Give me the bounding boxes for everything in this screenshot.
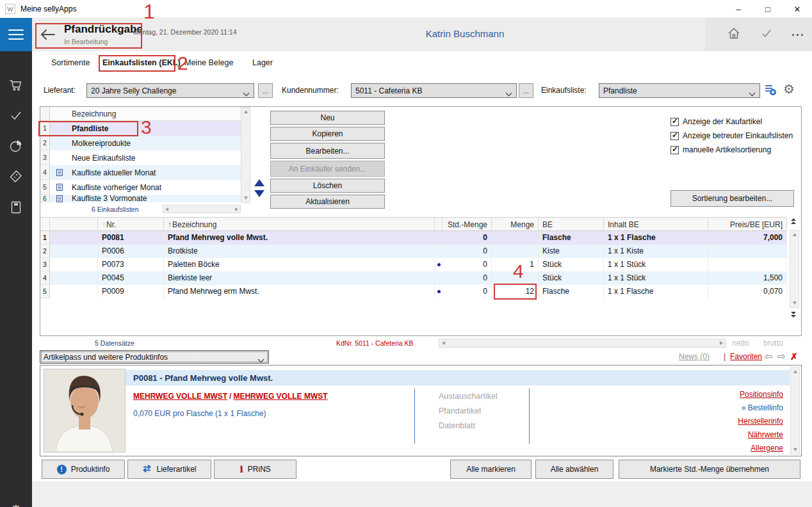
list-item[interactable]: 6 Kaufliste 3 Vormonate <box>40 195 250 202</box>
list-item[interactable]: 1 Pfandliste <box>40 121 250 136</box>
table-row[interactable]: 1 P0081Pfand Mehrweg volle Mwst. 0 Flasc… <box>40 231 787 245</box>
current-user: Katrin Buschmann <box>401 28 529 39</box>
hamburger-menu-icon[interactable] <box>0 18 32 51</box>
col-bezeichnung[interactable]: Bezeichnung <box>164 217 435 231</box>
neu-button[interactable]: Neu <box>270 111 385 125</box>
tab-einkaufslisten[interactable]: Einkaufslisten (EKL) <box>102 51 181 74</box>
alle-abwaehlen-button[interactable]: Alle abwählen <box>535 460 613 479</box>
lieferant-select[interactable]: 20 Jahre Selly Challenge <box>86 83 254 98</box>
herstellerinfo-link[interactable]: Herstellerinfo <box>738 417 783 426</box>
list-item[interactable]: 2 Molkereiprodukte <box>40 136 250 150</box>
bestellinfo-link[interactable]: » Bestellinfo <box>742 403 783 412</box>
col-menge[interactable]: Menge <box>492 217 539 231</box>
back-arrow-icon[interactable] <box>38 26 58 43</box>
list-item[interactable]: 5 Kaufliste vorheriger Monat <box>40 180 250 195</box>
col-nr[interactable]: Nr. <box>98 217 164 231</box>
table-row[interactable]: 4 P0045Bierkiste leer 0 Stück1 x 1 Stück… <box>40 271 787 285</box>
close-panel-icon[interactable]: ✗ <box>790 351 798 362</box>
move-up-icon[interactable] <box>254 179 264 186</box>
confirm-check-icon[interactable] <box>760 27 773 42</box>
col-std-menge[interactable]: Std.-Menge <box>443 217 492 231</box>
productinfo-select[interactable]: Artikelpass und weitere Produktinfos <box>40 350 269 364</box>
aktualisieren-button[interactable]: Aktualisieren <box>270 195 385 209</box>
favoriten-link[interactable]: Favoriten <box>730 352 762 361</box>
col-be[interactable]: BE <box>539 217 604 231</box>
tab-lager[interactable]: Lager <box>252 51 273 74</box>
alle-markieren-button[interactable]: Alle markieren <box>450 460 532 479</box>
check-icon[interactable] <box>0 104 32 127</box>
kundennummer-more-button[interactable]: ... <box>519 83 533 98</box>
nav-back-icon[interactable]: ⇦ <box>765 351 773 362</box>
close-button[interactable]: ✕ <box>783 0 812 18</box>
list-horizontal-scrollbar[interactable] <box>163 205 241 213</box>
tag-icon[interactable] <box>0 165 32 188</box>
list-item[interactable]: 3 Neue Einkaufsliste <box>40 150 250 165</box>
more-options-icon[interactable] <box>792 34 803 36</box>
home-icon[interactable] <box>727 26 741 43</box>
lieferartikel-button[interactable]: Lieferartikel <box>127 460 211 479</box>
table-row[interactable]: 2 P0006Brotkiste 0 Kiste1 x 1 Kiste <box>40 245 787 258</box>
netto-toggle[interactable]: netto <box>732 339 749 348</box>
scroll-down-icon[interactable] <box>244 197 248 200</box>
option-kaufartikel[interactable]: Anzeige der Kaufartikel <box>670 117 793 126</box>
lieferant-more-button[interactable]: ... <box>258 83 273 98</box>
news-link[interactable]: News (0) <box>679 352 710 361</box>
col-preis[interactable]: Preis/BE [EUR] <box>708 217 787 231</box>
brutto-toggle[interactable]: brutto <box>763 339 783 348</box>
option-betreute-ekl[interactable]: Anzeige betreuter Einkaufslisten <box>670 131 793 140</box>
tab-meine-belege[interactable]: Meine Belege <box>184 51 233 74</box>
sortierung-bearbeiten-button[interactable]: Sortierung bearbeiten... <box>670 190 794 207</box>
table-row[interactable]: 3 P0073Paletten Böcke 01 Stück1 x 1 Stüc… <box>40 258 787 271</box>
list-item[interactable]: 4 Kaufliste aktueller Monat <box>40 165 250 180</box>
scroll-up-icon[interactable] <box>793 233 797 236</box>
scroll-down-icon[interactable] <box>793 448 797 451</box>
produktinfo-button[interactable]: ! Produktinfo <box>42 460 125 479</box>
checkbox-checked-icon[interactable] <box>670 118 679 126</box>
product-price-line: 0,070 EUR pro Flasche (1 x 1 Flasche) <box>133 409 266 418</box>
checkbox-checked-icon[interactable] <box>670 132 679 140</box>
col-inhalt-be[interactable]: Inhalt BE <box>604 217 708 231</box>
chevron-down-icon <box>505 90 512 99</box>
minimize-button[interactable]: – <box>724 0 753 18</box>
std-menge-uebernehmen-button[interactable]: Markierte Std.-Menge übernehmen <box>619 460 800 479</box>
table-row[interactable]: 5 P0009Pfand Mehrweg erm Mwst. 012 Flasc… <box>40 285 787 298</box>
einkaufsliste-select[interactable]: Pfandliste <box>599 83 760 98</box>
scroll-left-icon[interactable] <box>165 207 168 211</box>
scroll-right-icon[interactable] <box>720 341 723 345</box>
add-list-icon[interactable] <box>764 83 777 99</box>
scroll-right-icon[interactable] <box>235 207 238 211</box>
warengruppe-link[interactable]: MEHRWEG VOLLE MWST <box>133 392 227 401</box>
gear-icon[interactable]: ⚙ <box>0 498 32 507</box>
prins-button[interactable]: i PRiNS <box>214 460 296 479</box>
table-horizontal-scrollbar[interactable] <box>439 339 726 348</box>
scroll-up-icon[interactable] <box>244 110 248 113</box>
untergruppe-link[interactable]: MEHRWEG VOLLE MWST <box>233 392 327 401</box>
scroll-down-icon[interactable] <box>793 302 797 305</box>
option-artikelsortierung[interactable]: manuelle Artikelsortierung <box>670 145 793 154</box>
book-icon[interactable] <box>0 196 32 219</box>
allergene-link[interactable]: Allergene <box>751 444 783 453</box>
pie-chart-icon[interactable] <box>0 134 32 157</box>
tab-sortimente[interactable]: Sortimente <box>51 51 90 74</box>
settings-gear-icon[interactable]: ⚙ <box>783 82 795 96</box>
scroll-left-icon[interactable] <box>442 341 445 345</box>
nav-forward-icon[interactable]: ⇨ <box>777 351 786 362</box>
list-vertical-scrollbar[interactable] <box>241 107 250 203</box>
table-status-row: 5 Datensätze KdNr. 5011 - Cafeteria KB n… <box>40 336 802 350</box>
move-down-icon[interactable] <box>254 190 264 197</box>
cart-icon[interactable] <box>0 74 32 97</box>
bearbeiten-button[interactable]: Bearbeiten... <box>270 143 385 159</box>
kundennummer-select[interactable]: 5011 - Cafeteria KB <box>351 83 517 98</box>
scroll-up-icon[interactable] <box>793 370 797 373</box>
collapse-up-icon[interactable] <box>791 218 796 224</box>
positionsinfo-link[interactable]: Positionsinfo <box>740 390 783 399</box>
product-panel-scrollbar[interactable] <box>790 367 800 455</box>
swap-arrows-icon <box>142 464 152 475</box>
kopieren-button[interactable]: Kopieren <box>270 127 385 141</box>
checkbox-checked-icon[interactable] <box>670 146 679 154</box>
collapse-down-icon[interactable] <box>791 312 796 318</box>
loeschen-button[interactable]: Löschen <box>270 179 385 193</box>
naehrwerte-link[interactable]: Nährwerte <box>748 430 783 439</box>
kundennummer-value: 5011 - Cafeteria KB <box>355 86 423 95</box>
maximize-button[interactable]: □ <box>753 0 783 18</box>
